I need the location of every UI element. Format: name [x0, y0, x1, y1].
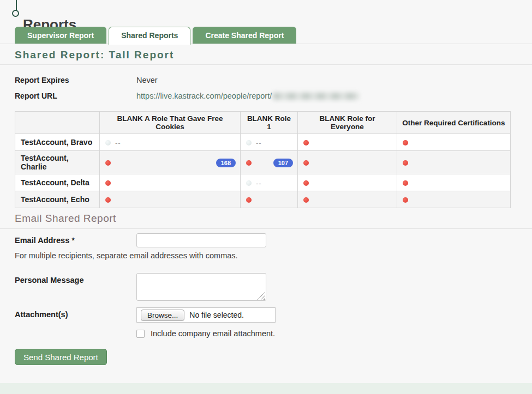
gray-status-dot-icon: [246, 140, 252, 146]
gray-status-dot-icon: [105, 140, 111, 146]
red-status-dot-icon: [403, 160, 408, 166]
footer-bar: [0, 383, 532, 394]
personal-message-label: Personal Message: [15, 276, 84, 284]
report-url-label: Report URL: [15, 92, 136, 100]
report-expires-label: Report Expires: [15, 76, 136, 84]
row-name: TestAccount, Delta: [15, 174, 100, 191]
red-status-dot-icon: [303, 197, 309, 203]
status-cell: [298, 191, 397, 208]
attachments-label: Attachment(s): [15, 310, 68, 319]
divider: [0, 228, 532, 229]
status-cell: [100, 191, 241, 208]
red-status-dot-icon: [303, 160, 309, 166]
email-section-title: Email Shared Report: [15, 213, 116, 225]
status-cell: [397, 174, 511, 191]
column-header-role-1: BLANK Role 1: [241, 112, 298, 134]
status-cell: --: [241, 134, 298, 151]
red-status-dot-icon: [105, 197, 111, 203]
status-cell: [100, 174, 241, 191]
personal-message-textarea[interactable]: [136, 273, 266, 301]
row-name: TestAccount, Echo: [15, 191, 100, 208]
email-helper-text: For multiple recipients, separate email …: [15, 251, 238, 260]
red-status-dot-icon: [403, 140, 408, 146]
status-cell: [397, 191, 511, 208]
status-cell: [397, 134, 511, 151]
divider: [0, 64, 532, 65]
empty-value-dashes: --: [256, 138, 262, 147]
status-cell: [397, 151, 511, 174]
status-cell: [241, 191, 298, 208]
red-status-dot-icon: [105, 160, 111, 166]
email-address-label: Email Address *: [15, 236, 75, 245]
table-row: TestAccount, Echo: [15, 191, 511, 208]
file-upload-field[interactable]: Browse... No file selected.: [136, 307, 276, 323]
tab-shared-reports[interactable]: Shared Reports: [109, 27, 190, 45]
count-badge: 107: [273, 159, 293, 167]
browse-button[interactable]: Browse...: [141, 310, 184, 321]
status-cell: [298, 174, 397, 191]
column-header-role-everyone: BLANK Role for Everyone: [298, 112, 397, 134]
report-tabs: Supervisor Report Shared Reports Create …: [15, 27, 296, 44]
red-status-dot-icon: [303, 180, 309, 186]
empty-value-dashes: --: [256, 179, 262, 187]
status-cell: --: [100, 134, 241, 151]
redacted-report-token: [273, 93, 359, 100]
no-file-selected-text: No file selected.: [189, 311, 244, 319]
table-row: TestAccount, Charlie168107: [15, 151, 511, 174]
red-status-dot-icon: [403, 180, 408, 186]
red-status-dot-icon: [403, 197, 408, 203]
red-status-dot-icon: [303, 140, 309, 146]
tab-supervisor-report[interactable]: Supervisor Report: [15, 27, 106, 44]
column-header-other-certs: Other Required Certifications: [397, 112, 511, 134]
table-header-row: BLANK A Role That Gave Free Cookies BLAN…: [15, 112, 511, 134]
table-row: TestAccount, Bravo----: [15, 134, 511, 151]
row-name: TestAccount, Bravo: [15, 134, 100, 151]
shared-report-table: BLANK A Role That Gave Free Cookies BLAN…: [15, 111, 511, 208]
timeline-line: [16, 0, 17, 10]
report-table-body: TestAccount, Bravo----TestAccount, Charl…: [15, 134, 511, 208]
include-company-attachment-checkbox[interactable]: [136, 330, 145, 338]
report-url-row: Report URL https://live.kastrack.com/peo…: [15, 88, 517, 104]
shared-report-title: Shared Report: Tall Report: [15, 49, 174, 61]
status-cell: --: [241, 174, 298, 191]
report-details: Report Expires Never Report URL https://…: [15, 72, 517, 104]
column-header-free-cookies: BLANK A Role That Gave Free Cookies: [100, 112, 241, 134]
column-header-blank: [15, 112, 100, 134]
timeline-circle-icon: [12, 10, 19, 17]
email-address-input[interactable]: [136, 233, 266, 247]
status-cell: 107: [241, 151, 298, 174]
count-badge: 168: [216, 159, 236, 167]
red-status-dot-icon: [246, 160, 252, 166]
row-name: TestAccount, Charlie: [15, 151, 100, 174]
empty-value-dashes: --: [115, 138, 121, 147]
report-expires-row: Report Expires Never: [15, 72, 517, 88]
report-url-link[interactable]: https://live.kastrack.com/people/report/: [136, 92, 272, 100]
status-cell: [298, 134, 397, 151]
table-row: TestAccount, Delta--: [15, 174, 511, 191]
red-status-dot-icon: [246, 197, 252, 203]
send-shared-report-button[interactable]: Send Shared Report: [15, 349, 107, 365]
report-expires-value: Never: [136, 76, 158, 84]
include-company-attachment-label: Include company email attachment.: [151, 329, 275, 338]
red-status-dot-icon: [105, 180, 111, 186]
status-cell: [298, 151, 397, 174]
status-cell: 168: [100, 151, 241, 174]
tab-create-shared-report[interactable]: Create Shared Report: [193, 27, 296, 44]
gray-status-dot-icon: [246, 180, 252, 186]
